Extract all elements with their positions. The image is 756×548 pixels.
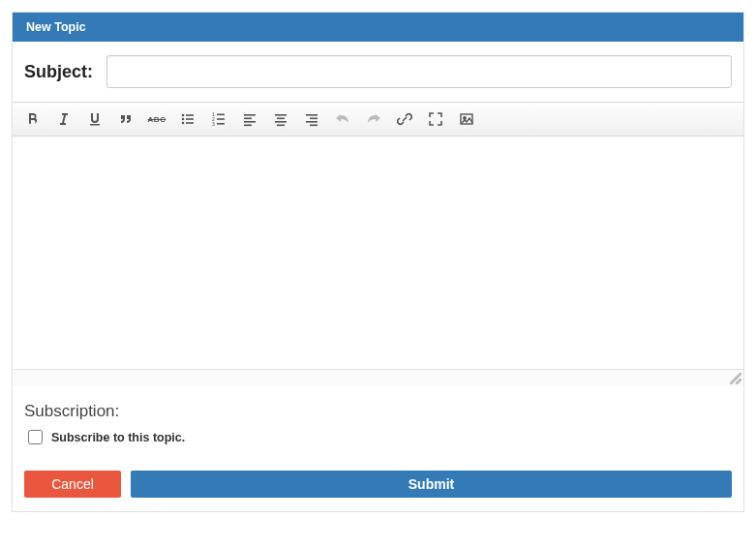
cancel-button[interactable]: Cancel xyxy=(24,471,121,498)
subscribe-label: Subscribe to this topic. xyxy=(51,431,185,444)
svg-point-0 xyxy=(182,114,185,117)
ordered-list-icon[interactable]: 123 xyxy=(210,110,227,128)
new-topic-panel: New Topic Subject: ABC 123 xyxy=(12,12,744,512)
svg-rect-16 xyxy=(275,114,287,116)
align-center-icon[interactable] xyxy=(272,110,289,128)
svg-rect-9 xyxy=(217,114,225,116)
editor-textarea[interactable] xyxy=(13,137,743,369)
svg-rect-4 xyxy=(186,118,194,120)
editor: ABC 123 xyxy=(13,102,743,386)
image-icon[interactable] xyxy=(458,110,475,128)
svg-rect-14 xyxy=(244,121,256,123)
link-icon[interactable] xyxy=(396,110,413,128)
unordered-list-icon[interactable] xyxy=(179,110,197,128)
svg-rect-17 xyxy=(277,118,285,120)
subject-row: Subject: xyxy=(13,42,743,102)
svg-rect-12 xyxy=(244,114,256,116)
editor-footer xyxy=(13,369,743,386)
svg-text:3: 3 xyxy=(212,121,215,127)
subject-label: Subject: xyxy=(24,62,93,82)
align-right-icon[interactable] xyxy=(303,110,320,128)
svg-rect-11 xyxy=(217,123,225,125)
svg-rect-20 xyxy=(306,114,318,116)
panel-title: New Topic xyxy=(13,13,743,42)
svg-rect-10 xyxy=(217,118,225,120)
svg-rect-5 xyxy=(186,122,194,124)
align-left-icon[interactable] xyxy=(241,110,258,128)
underline-icon[interactable] xyxy=(86,110,104,128)
fullscreen-icon[interactable] xyxy=(427,110,444,128)
subject-input[interactable] xyxy=(106,55,732,88)
svg-rect-18 xyxy=(275,121,287,123)
svg-rect-3 xyxy=(186,114,194,116)
italic-icon[interactable] xyxy=(55,110,73,128)
svg-point-1 xyxy=(182,118,185,121)
subscription-title: Subscription: xyxy=(24,402,732,421)
svg-rect-19 xyxy=(277,125,285,127)
subscription-section: Subscription: Subscribe to this topic. xyxy=(13,386,743,471)
quote-icon[interactable] xyxy=(117,110,135,128)
strikethrough-icon[interactable]: ABC xyxy=(148,110,166,128)
submit-button[interactable]: Submit xyxy=(131,471,732,498)
svg-rect-23 xyxy=(310,125,318,127)
bold-icon[interactable] xyxy=(24,110,42,128)
button-row: Cancel Submit xyxy=(13,471,743,511)
svg-rect-22 xyxy=(306,121,318,123)
subscribe-row[interactable]: Subscribe to this topic. xyxy=(24,427,732,447)
redo-icon[interactable] xyxy=(365,110,382,128)
svg-rect-21 xyxy=(310,118,318,120)
svg-point-25 xyxy=(464,117,466,119)
undo-icon[interactable] xyxy=(334,110,351,128)
resize-grip-icon[interactable] xyxy=(730,373,741,384)
editor-toolbar: ABC 123 xyxy=(13,103,743,137)
svg-rect-13 xyxy=(244,118,252,120)
svg-point-2 xyxy=(182,122,185,125)
svg-rect-15 xyxy=(244,125,252,127)
subscribe-checkbox[interactable] xyxy=(28,430,43,444)
